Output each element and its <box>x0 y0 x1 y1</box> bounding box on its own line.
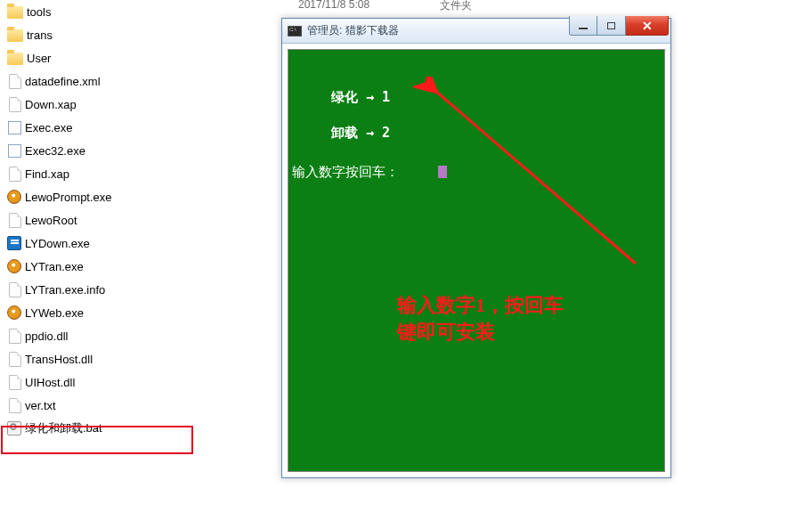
cmd-icon <box>288 26 302 37</box>
minimize-button[interactable] <box>569 16 597 36</box>
console-body[interactable]: 绿化 → 1 卸载 → 2 输入数字按回车： 输入数字1，按回车 键即可安装 <box>288 49 665 472</box>
file-name-label: ver.txt <box>25 399 56 412</box>
console-cursor <box>438 166 447 178</box>
exe-blank-icon <box>8 144 21 158</box>
file-name-label: tools <box>27 5 51 19</box>
file-icon <box>9 213 21 228</box>
file-name-label: LYTran.exe <box>25 260 84 273</box>
file-item[interactable]: ver.txt <box>7 394 112 417</box>
file-icon <box>9 352 21 367</box>
maximize-button[interactable] <box>597 16 626 36</box>
file-item[interactable]: Down.xap <box>7 93 112 116</box>
file-icon <box>9 282 21 297</box>
column-date: 2017/11/8 5:08 <box>298 0 369 11</box>
bat-icon <box>7 421 21 435</box>
file-item[interactable]: Exec32.exe <box>7 139 112 162</box>
file-name-label: Find.xap <box>25 167 69 181</box>
exe-blank-icon <box>8 121 21 134</box>
file-icon <box>9 74 21 89</box>
console-line-1: 绿化 → 1 <box>331 89 390 106</box>
file-name-label: LewoPrompt.exe <box>25 191 112 204</box>
file-item[interactable]: 绿化和卸载.bat <box>7 417 112 440</box>
annotation-text-1: 输入数字1，按回车 <box>397 292 564 319</box>
folder-icon <box>7 53 23 65</box>
file-name-label: LYWeb.exe <box>25 306 84 320</box>
window-title-text: 管理员: 猎影下载器 <box>307 23 399 38</box>
file-item[interactable]: UIHost.dll <box>7 370 112 394</box>
svg-line-0 <box>435 91 636 264</box>
file-item[interactable]: trans <box>7 23 112 46</box>
file-name-label: 绿化和卸载.bat <box>25 420 102 436</box>
file-item[interactable]: User <box>7 46 112 69</box>
annotation-text-2: 键即可安装 <box>397 319 495 346</box>
file-name-label: LewoRoot <box>25 214 77 227</box>
exe-disc-icon <box>7 190 21 204</box>
folder-icon <box>7 6 23 19</box>
file-name-label: Exec32.exe <box>25 144 85 158</box>
file-item[interactable]: LYWeb.exe <box>7 301 112 324</box>
file-item[interactable]: LewoPrompt.exe <box>7 185 112 208</box>
file-name-label: User <box>27 52 51 65</box>
folder-icon <box>7 29 23 42</box>
file-item[interactable]: ppdio.dll <box>7 324 112 347</box>
file-name-label: TransHost.dll <box>25 353 93 366</box>
file-icon <box>9 329 21 344</box>
exe-disc-icon <box>7 259 21 273</box>
file-name-label: UIHost.dll <box>25 376 75 389</box>
file-item[interactable]: LewoRoot <box>7 208 112 232</box>
file-icon <box>9 398 21 413</box>
file-name-label: LYDown.exe <box>25 237 90 250</box>
file-icon <box>9 97 21 112</box>
window-titlebar[interactable]: 管理员: 猎影下载器 ✕ <box>282 19 670 44</box>
file-name-label: Down.xap <box>25 98 77 111</box>
close-button[interactable]: ✕ <box>626 16 669 36</box>
file-icon <box>9 167 21 182</box>
file-icon <box>9 375 21 390</box>
console-window: 管理员: 猎影下载器 ✕ 绿化 → 1 卸载 → 2 输入数字按回车： 输入数字… <box>281 18 671 478</box>
file-item[interactable]: Exec.exe <box>7 116 112 139</box>
exe-disc-icon <box>7 305 21 320</box>
file-item[interactable]: LYTran.exe <box>7 255 112 278</box>
annotation-arrow <box>413 77 680 308</box>
file-item[interactable]: datadefine.xml <box>7 69 112 93</box>
exe-blue-icon <box>7 236 21 250</box>
file-list: toolstransUserdatadefine.xmlDown.xapExec… <box>7 0 112 440</box>
file-name-label: LYTran.exe.info <box>25 283 105 297</box>
file-name-label: trans <box>27 28 53 42</box>
file-item[interactable]: TransHost.dll <box>7 347 112 370</box>
file-name-label: datadefine.xml <box>25 75 101 88</box>
console-line-2: 卸载 → 2 <box>331 125 390 142</box>
file-item[interactable]: tools <box>7 0 112 23</box>
file-item[interactable]: LYTran.exe.info <box>7 278 112 301</box>
file-item[interactable]: LYDown.exe <box>7 232 112 255</box>
file-name-label: Exec.exe <box>25 121 72 134</box>
column-type: 文件夹 <box>440 0 472 13</box>
file-name-label: ppdio.dll <box>25 330 68 343</box>
console-prompt: 输入数字按回车： <box>292 164 399 181</box>
file-item[interactable]: Find.xap <box>7 162 112 185</box>
